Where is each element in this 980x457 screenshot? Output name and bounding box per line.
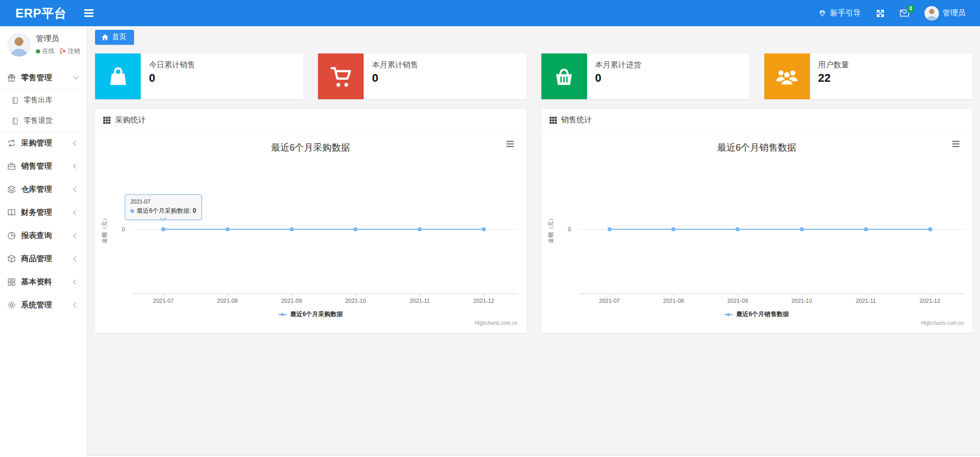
stat-cards-row: 今日累计销售 0 本月累计销售 0 本月累计进货 0 用户数量 22 [95,53,972,99]
piechart-icon [7,231,16,240]
basket-icon [541,53,587,99]
data-point [161,227,165,231]
purchase-stats-panel: 采购统计 最近6个月采购数据 金额（元） 0 2021-07 2021-08 2… [95,108,526,333]
sales-stats-panel: 销售统计 最近6个月销售数据 金额（元） 0 2021-07 2021-08 2… [541,108,973,333]
chevron-left-icon [73,210,79,215]
sidebar-item-warehouse-management[interactable]: 仓库管理 [0,178,87,201]
sidebar-item-system-management[interactable]: 系统管理 [0,294,87,317]
x-axis-tick-label: 2021-07 [153,298,174,304]
x-axis-tick-label: 2021-12 [919,298,940,304]
footer-divider [87,455,980,457]
panel-title: 销售统计 [561,115,592,125]
x-axis-line [579,294,964,294]
guide-button[interactable]: 新手引导 [818,8,861,18]
stat-card-month-purchase: 本月累计进货 0 [541,53,749,99]
y-axis-label: 金额（元） [101,215,108,244]
data-point [353,227,357,231]
sidebar-username: 管理员 [36,34,80,44]
stat-card-month-sales: 本月累计销售 0 [318,53,526,99]
book-icon [7,208,16,217]
legend-item[interactable]: 最近6个月采购数据 [95,310,526,319]
data-point [482,227,486,231]
app-logo[interactable]: ERP平台 [0,5,81,22]
sidebar-item-basic-data[interactable]: 基本资料 [0,270,87,294]
doc-icon [11,117,19,125]
sidebar-item-retail-return[interactable]: 零售退货 [0,111,87,131]
sidebar-menu: 零售管理 零售出库 零售退货 采购管理 销售管理 仓库管理 财务管理 报表查询 … [0,66,87,317]
gear-icon [7,301,16,309]
stat-value: 0 [149,71,195,85]
tooltip-series-dot [130,209,134,213]
doc-icon [11,97,19,104]
repeat-icon [7,139,16,148]
legend-marker-icon [724,314,732,315]
layers-icon [7,185,16,194]
charts-row: 采购统计 最近6个月采购数据 金额（元） 0 2021-07 2021-08 2… [95,108,972,333]
panel-title: 采购统计 [115,115,146,125]
chart-title: 最近6个月采购数据 [95,141,526,154]
purchase-chart: 最近6个月采购数据 金额（元） 0 2021-07 2021-08 2021-0… [95,132,526,333]
y-axis-tick: 0 [562,226,571,232]
highcharts-credit[interactable]: Highcharts.com.cn [475,320,518,326]
x-axis-line [133,294,518,294]
sidebar-item-finance-management[interactable]: 财务管理 [0,201,87,224]
x-axis-tick-label: 2021-12 [474,298,494,304]
gem-icon [818,9,826,17]
gift-icon [7,74,16,82]
stat-label: 今日累计销售 [149,60,195,70]
stat-card-today-sales: 今日累计销售 0 [95,53,303,99]
stat-value: 0 [372,71,418,85]
x-axis-tick-label: 2021-09 [727,298,748,304]
data-point [928,227,932,231]
sidebar-item-sales-management[interactable]: 销售管理 [0,155,87,178]
fullscreen-icon [876,9,884,17]
sales-chart: 最近6个月销售数据 金额（元） 0 2021-07 2021-08 2021-0… [541,132,973,333]
sidebar-item-retail-management[interactable]: 零售管理 [0,66,87,89]
sidebar-toggle-icon[interactable] [81,6,97,20]
username-label: 管理员 [943,8,966,18]
data-point [225,227,230,231]
home-icon [101,33,109,41]
chart-export-menu-icon[interactable] [951,139,961,149]
x-axis-tick-label: 2021-11 [409,298,430,304]
chevron-left-icon [73,141,79,146]
sidebar-avatar [7,33,31,57]
tab-home[interactable]: 首页 [95,30,134,45]
fullscreen-button[interactable] [876,9,884,17]
stat-value: 0 [595,71,642,85]
x-axis-tick-label: 2021-08 [217,298,238,304]
panel-grid-icon [550,117,557,124]
x-axis-tick-label: 2021-07 [599,298,619,304]
messages-button[interactable]: 0 [900,9,909,17]
panel-grid-icon [103,117,110,124]
logout-icon [60,48,66,54]
submenu-retail-management: 零售出库 零售退货 [0,89,87,132]
logout-button[interactable]: 注销 [60,47,80,56]
online-status-label: 在线 [42,47,54,56]
highcharts-credit[interactable]: Highcharts.com.cn [921,320,964,326]
sidebar-item-retail-outbound[interactable]: 零售出库 [0,90,87,111]
online-status-icon [36,49,40,53]
cart-icon [318,53,364,99]
sidebar-item-goods-management[interactable]: 商品管理 [0,247,87,270]
data-point [800,227,804,231]
sidebar-user-panel: 管理员 在线 注销 [0,26,87,64]
sidebar-item-purchase-management[interactable]: 采购管理 [0,132,87,155]
chevron-down-icon [73,75,79,80]
sidebar: 管理员 在线 注销 零售管理 零售出库 零售退货 采购管理 销售管理 仓库管理 [0,26,87,457]
sidebar-item-report-query[interactable]: 报表查询 [0,224,87,247]
chart-export-menu-icon[interactable] [505,139,515,149]
series-line [610,229,930,230]
legend-item[interactable]: 最近6个月销售数据 [541,310,973,319]
legend-marker-icon [278,314,287,315]
user-menu[interactable]: 管理员 [925,6,966,21]
chart-title: 最近6个月销售数据 [541,141,973,154]
data-point [418,227,422,231]
data-point [671,227,675,231]
y-axis-tick: 0 [116,226,125,232]
x-axis-tick-label: 2021-10 [791,298,812,304]
chart-tooltip: 2021-07 最近6个月采购数据: 0 [125,194,202,220]
chevron-left-icon [73,233,79,239]
x-axis-tick-label: 2021-10 [345,298,366,304]
data-point [864,227,868,231]
